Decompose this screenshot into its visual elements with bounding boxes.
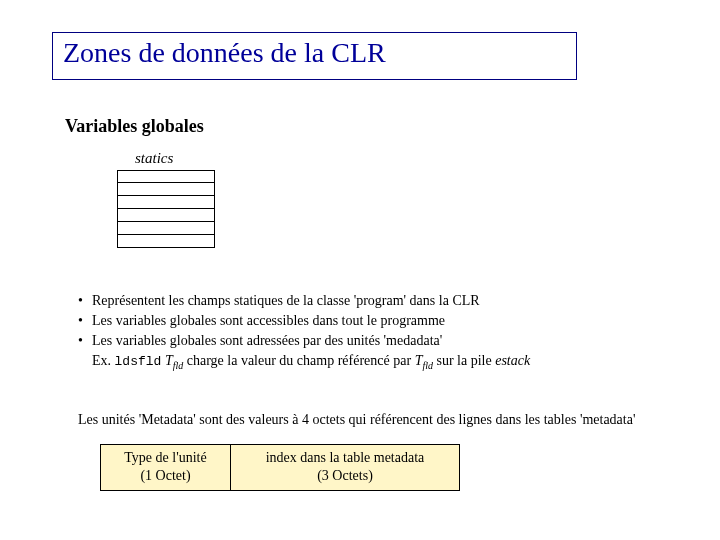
example-mid2: sur la pile	[433, 353, 495, 368]
example-prefix: Ex.	[92, 353, 115, 368]
token-type-cell: Type de l'unité (1 Octet)	[100, 444, 230, 491]
token-type-label: Type de l'unité	[107, 449, 224, 467]
metadata-sentence: Les unités 'Metadata' sont des valeurs à…	[78, 412, 720, 428]
token-subscript: fld	[173, 359, 184, 370]
token-T: T	[165, 353, 173, 368]
token-index-label: index dans la table metadata	[237, 449, 453, 467]
token-type-size: (1 Octet)	[107, 467, 224, 485]
bullet-text: Représentent les champs statiques de la …	[92, 292, 718, 311]
statics-row	[117, 196, 215, 209]
slide: Zones de données de la CLR Variables glo…	[0, 0, 720, 540]
bullet-dot-icon: •	[78, 312, 92, 331]
statics-row	[117, 209, 215, 222]
bullet-dot-icon: •	[78, 332, 92, 351]
bullet-item: • Les variables globales sont accessible…	[78, 312, 718, 331]
subheading-variables-globales: Variables globales	[65, 116, 204, 137]
bullet-text: Les variables globales sont accessibles …	[92, 312, 718, 331]
metadata-token-diagram: Type de l'unité (1 Octet) index dans la …	[100, 444, 460, 491]
token-index-size: (3 Octets)	[237, 467, 453, 485]
estack-label: estack	[495, 353, 530, 368]
statics-label: statics	[135, 150, 173, 167]
bullet-item: • Les variables globales sont adressées …	[78, 332, 718, 351]
slide-title: Zones de données de la CLR	[63, 37, 386, 68]
example-line: Ex. ldsfld Tfld charge la valeur du cham…	[78, 352, 718, 372]
statics-row	[117, 222, 215, 235]
statics-table	[117, 170, 215, 248]
bullet-dot-icon: •	[78, 292, 92, 311]
statics-row	[117, 235, 215, 248]
statics-row	[117, 170, 215, 183]
example-mid: charge la valeur du champ référencé par	[183, 353, 414, 368]
bullet-text: Les variables globales sont adressées pa…	[92, 332, 718, 351]
statics-row	[117, 183, 215, 196]
bullet-list: • Représentent les champs statiques de l…	[78, 292, 718, 372]
token-subscript: fld	[422, 359, 433, 370]
bullet-item: • Représentent les champs statiques de l…	[78, 292, 718, 311]
token-index-cell: index dans la table metadata (3 Octets)	[230, 444, 460, 491]
instruction-code: ldsfld	[115, 354, 162, 369]
title-box: Zones de données de la CLR	[52, 32, 577, 80]
